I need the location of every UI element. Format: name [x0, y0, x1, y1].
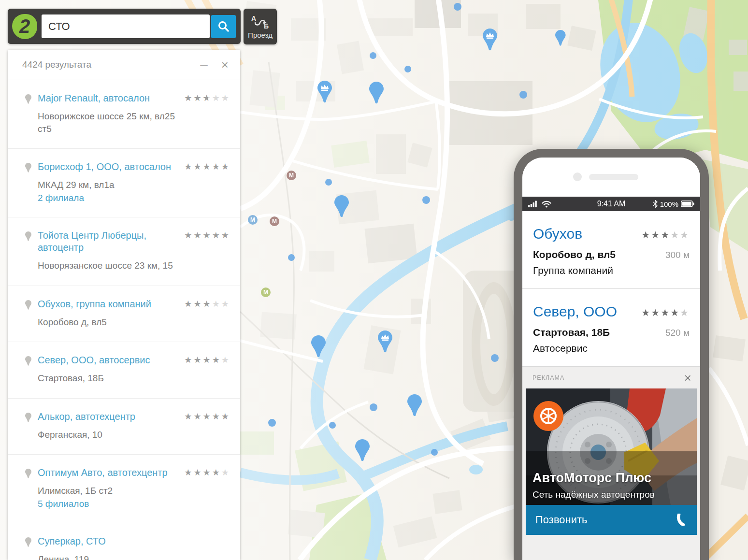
results-panel: 4424 результата – × Major Renault, автос…	[8, 50, 240, 560]
result-title-link[interactable]: Оптимум Авто, автотехцентр	[38, 467, 187, 479]
list-pin-icon	[25, 537, 31, 549]
result-address: Ферганская, 10	[38, 429, 187, 441]
2gis-logo[interactable]: 2	[12, 14, 37, 39]
svg-text:А: А	[251, 14, 256, 22]
search-input[interactable]	[42, 14, 210, 38]
metro-station-icon: М	[289, 172, 294, 179]
result-list-item[interactable]: Суперкар, СТОЛенина, 119	[8, 523, 240, 560]
phone-camera-icon	[573, 172, 582, 181]
result-address: Коробово д, вл5	[38, 316, 187, 329]
phone-handset-icon	[675, 514, 687, 526]
phone-result-category: Автосервис	[533, 343, 690, 354]
ad-close-icon[interactable]: ×	[684, 373, 691, 383]
phone-bezel-top	[522, 158, 700, 197]
star-rating: ★★★★★★	[184, 93, 230, 103]
phone-result-distance: 300 м	[665, 250, 690, 260]
ad-label: РЕКЛАМА	[532, 374, 564, 381]
results-header: 4424 результата – ×	[8, 50, 240, 80]
phone-result-category: Группа компаний	[533, 265, 690, 276]
ad-advertiser-logo	[533, 401, 563, 431]
star-rating: ★★★★★	[184, 161, 230, 172]
star-rating: ★★★★★	[184, 467, 230, 478]
phone-result-address: Коробово д, вл5	[533, 249, 616, 260]
results-list: Major Renault, автосалонНоворижское шосс…	[8, 80, 240, 560]
star-rating: ★★★★★	[184, 230, 230, 241]
ad-subtitle: Сеть надёжных автоцентров	[532, 489, 655, 500]
result-address: МКАД 29 км, вл1а	[38, 179, 187, 191]
star-rating: ★★★★★	[641, 303, 690, 318]
result-title-link[interactable]: Суперкар, СТО	[38, 535, 187, 547]
search-bar: 2	[8, 9, 241, 44]
result-title-link[interactable]: Обухов, группа компаний	[38, 298, 187, 310]
ad-card[interactable]: АвтоМоторс Плюс Сеть надёжных автоцентро…	[526, 388, 697, 535]
result-address: Новорижское шоссе 25 км, вл25 ст5	[38, 110, 187, 135]
results-count: 4424 результата	[22, 59, 91, 70]
result-title-link[interactable]: Север, ООО, автосервис	[38, 354, 187, 366]
search-button[interactable]	[211, 15, 236, 38]
search-icon	[217, 20, 230, 33]
ad-section: РЕКЛАМА ×	[522, 367, 700, 560]
result-title-link[interactable]: Борисхоф 1, ООО, автосалон	[38, 161, 187, 173]
star-rating: ★★★★★	[641, 226, 690, 241]
phone-result-distance: 520 м	[665, 328, 690, 338]
result-list-item[interactable]: Обухов, группа компанийКоробово д, вл5★★…	[8, 286, 240, 343]
phone-result-address: Стартовая, 18Б	[533, 327, 610, 338]
result-list-item[interactable]: Север, ООО, автосервисСтартовая, 18Б★★★★…	[8, 342, 240, 399]
metro-station-icon: М	[272, 218, 277, 225]
result-list-item[interactable]: Тойота Центр Люберцы, автоцентрНоворязан…	[8, 217, 240, 286]
phone-status-bar: 9:41 AM 100%	[522, 197, 700, 211]
phone-mockup: 9:41 AM 100% Обухов★★★★★Коробово д, вл53…	[514, 149, 709, 560]
result-title-link[interactable]: Алькор, автотехцентр	[38, 411, 187, 423]
result-list-item[interactable]: Борисхоф 1, ООО, автосалонМКАД 29 км, вл…	[8, 149, 240, 217]
wheel-icon	[538, 405, 559, 427]
result-address: Стартовая, 18Б	[38, 372, 187, 385]
list-pin-icon	[25, 413, 31, 424]
close-icon[interactable]: ×	[221, 58, 229, 71]
result-branches-link[interactable]: 5 филиалов	[38, 499, 187, 509]
list-pin-icon	[25, 356, 31, 368]
metro-station-icon: М	[263, 289, 268, 296]
result-branches-link[interactable]: 2 филиала	[38, 193, 187, 203]
star-rating: ★★★★★	[184, 299, 230, 309]
phone-result-item[interactable]: Север, ООО★★★★★Стартовая, 18Б520 мАвтосе…	[522, 289, 700, 367]
ad-image: АвтоМоторс Плюс Сеть надёжных автоцентро…	[526, 388, 697, 505]
status-time: 9:41 AM	[522, 200, 700, 208]
minimize-icon[interactable]: –	[200, 58, 208, 72]
phone-result-item[interactable]: Обухов★★★★★Коробово д, вл5300 мГруппа ко…	[522, 211, 700, 289]
phone-results-list: Обухов★★★★★Коробово д, вл5300 мГруппа ко…	[522, 211, 700, 367]
transit-label: Проезд	[248, 31, 273, 39]
result-list-item[interactable]: Major Renault, автосалонНоворижское шосс…	[8, 80, 240, 149]
phone-result-title[interactable]: Север, ООО	[533, 303, 617, 320]
call-button-label: Позвонить	[535, 514, 588, 526]
list-pin-icon	[25, 231, 31, 243]
phone-result-title[interactable]: Обухов	[533, 226, 582, 242]
star-rating: ★★★★★	[184, 411, 230, 422]
phone-speaker	[589, 174, 638, 180]
ad-title: АвтоМоторс Плюс	[532, 471, 655, 486]
result-list-item[interactable]: Оптимум Авто, автотехцентрИлимская, 1Б с…	[8, 455, 240, 523]
result-address: Ленина, 119	[38, 553, 187, 560]
call-button[interactable]: Позвонить	[526, 505, 697, 535]
list-pin-icon	[25, 163, 31, 174]
result-title-link[interactable]: Тойота Центр Люберцы, автоцентр	[38, 230, 187, 254]
result-list-item[interactable]: Алькор, автотехцентрФерганская, 10★★★★★	[8, 399, 240, 455]
transit-button[interactable]: А Б Проезд	[244, 9, 277, 44]
list-pin-icon	[25, 94, 31, 106]
list-pin-icon	[25, 300, 31, 312]
star-rating: ★★★★★	[184, 355, 230, 365]
metro-station-icon: М	[250, 216, 255, 223]
result-address: Илимская, 1Б ст2	[38, 485, 187, 497]
result-title-link[interactable]: Major Renault, автосалон	[38, 92, 187, 104]
list-pin-icon	[25, 469, 31, 480]
result-address: Новорязанское шоссе 23 км, 15	[38, 259, 187, 272]
route-a-b-icon: А Б	[251, 14, 270, 29]
